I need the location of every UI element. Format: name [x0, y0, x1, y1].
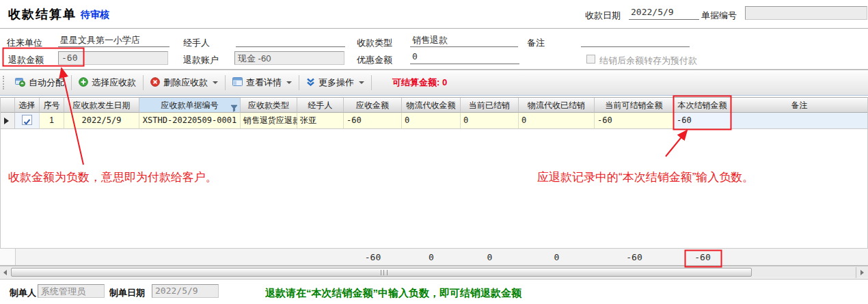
- refund-account-label: 退款账户: [183, 54, 219, 66]
- row-indicator-cell: [0, 113, 15, 129]
- row-cell-amount[interactable]: -60: [344, 113, 402, 129]
- receipt-date-label: 收款日期: [585, 10, 621, 22]
- refund-account-input[interactable]: 现金 -60: [234, 51, 344, 65]
- handler-label: 经手人: [183, 37, 210, 49]
- row-checkbox[interactable]: [22, 115, 32, 125]
- column-header-remark[interactable]: 备注: [731, 97, 868, 113]
- scrollbar-grip-icon: [381, 270, 388, 275]
- row-cell-logistics_amount[interactable]: 0: [402, 113, 461, 129]
- toolbar-button-1[interactable]: 自动分配: [10, 74, 70, 91]
- toolbar: 自动分配选择应收款删除应收款查看详情更多操作可结算金额: 0: [0, 70, 868, 96]
- row-cell-remark[interactable]: [731, 113, 868, 129]
- right-annotation-note: 应退款记录中的“本次结销金额”输入负数。: [537, 169, 754, 185]
- discount-field[interactable]: 0: [410, 51, 519, 64]
- column-header-select[interactable]: 选择: [15, 97, 40, 113]
- row-cell-seq[interactable]: 1: [40, 113, 64, 129]
- partner-label: 往来单位: [7, 37, 42, 49]
- view-detail-icon: [232, 77, 243, 88]
- transfer-prepay-checkbox[interactable]: [586, 55, 595, 64]
- right-annotation-arrow: [666, 130, 687, 156]
- toolbar-button-2[interactable]: 选择应收款: [73, 74, 141, 91]
- column-header-seq[interactable]: 序号: [40, 97, 64, 113]
- summary-logistics_settled: 0: [519, 252, 595, 262]
- scroll-right-button[interactable]: [858, 268, 867, 277]
- summary-indicator-cell: [0, 249, 16, 265]
- column-header-available[interactable]: 当前可结销金额: [595, 97, 674, 113]
- toolbar-drag-handle[interactable]: [3, 76, 6, 89]
- receipt-type-label: 收款类型: [357, 37, 392, 49]
- column-header-type[interactable]: 应收款类型: [241, 97, 297, 113]
- doc-no-input[interactable]: [745, 6, 867, 20]
- column-header-doc_no[interactable]: 应收款单据编号: [139, 97, 241, 113]
- more-actions-icon: [306, 77, 315, 89]
- toolbar-button-5[interactable]: 更多操作: [301, 74, 370, 91]
- row-cell-date[interactable]: 2022/5/9: [64, 113, 139, 129]
- summary-settled: 0: [461, 252, 519, 262]
- receipt-date-field[interactable]: 2022/5/9: [629, 7, 699, 20]
- toolbar-button-label: 查看详情: [246, 77, 282, 89]
- creator-label: 制单人: [10, 287, 36, 299]
- column-header-this_settle[interactable]: 本次结销金额: [674, 97, 731, 113]
- add-receivable-icon: [79, 77, 88, 89]
- column-header-logistics_amount[interactable]: 物流代收金额: [402, 97, 461, 113]
- discount-label: 优惠金额: [357, 54, 392, 66]
- row-cell-logistics_settled[interactable]: 0: [519, 113, 595, 129]
- doc-no-label: 单据编号: [701, 10, 737, 22]
- scroll-right-icon: [860, 270, 864, 275]
- receipt-type-field[interactable]: 销售退款: [410, 34, 518, 47]
- dropdown-caret-icon: [213, 81, 218, 84]
- scroll-left-button[interactable]: [1, 268, 10, 277]
- partner-field[interactable]: 星星文具第一小学店: [58, 34, 169, 47]
- left-annotation-note: 收款金额为负数，意思即为付款给客户。: [8, 169, 217, 185]
- auto-assign-icon: [15, 77, 25, 89]
- row-cell-select[interactable]: [15, 113, 40, 129]
- create-date-label: 制单日期: [109, 287, 145, 299]
- row-cell-settled[interactable]: 0: [461, 113, 519, 129]
- creator-input: 系统管理员: [38, 284, 105, 298]
- toolbar-button-label: 更多操作: [318, 77, 354, 89]
- column-header-amount[interactable]: 应收金额: [344, 97, 402, 113]
- receipt-settlement-window: 收款结算单 待审核 收款日期 2022/5/9 单据编号 往来单位 星星文具第一…: [0, 0, 868, 304]
- handler-field[interactable]: [236, 34, 345, 47]
- summary-logistics_amount: 0: [402, 252, 461, 262]
- column-header-settled[interactable]: 当前已结销: [461, 97, 519, 113]
- summary-available: -60: [595, 252, 674, 262]
- dropdown-caret-icon: [286, 81, 292, 84]
- refund-amount-label: 退款金额: [8, 54, 44, 66]
- horizontal-scrollbar[interactable]: [0, 266, 868, 278]
- remark-label: 备注: [527, 37, 545, 49]
- settleable-amount-text: 可结算金额: 0: [392, 77, 447, 89]
- toolbar-button-label: 选择应收款: [92, 77, 136, 89]
- dropdown-caret-icon: [359, 81, 364, 84]
- page-title: 收款结算单: [8, 6, 77, 23]
- transfer-prepay-label: 结销后余额转存为预付款: [599, 55, 697, 67]
- remark-field[interactable]: [581, 34, 690, 47]
- refund-amount-input[interactable]: -60: [58, 51, 168, 65]
- column-header-handler[interactable]: 经手人: [297, 97, 344, 113]
- row-cell-doc_no[interactable]: XSTHD-20220509-0001: [139, 113, 241, 129]
- create-date-input: 2022/5/9: [152, 284, 219, 298]
- column-header-indicator: [0, 97, 15, 113]
- toolbar-button-label: 删除应收款: [163, 77, 208, 89]
- grid-summary-row: -60000-60-60: [0, 248, 868, 266]
- column-header-logistics_settled[interactable]: 物流代收已结销: [519, 97, 595, 113]
- row-cell-type[interactable]: 销售退货应退款: [241, 113, 297, 129]
- toolbar-button-label: 自动分配: [29, 77, 64, 89]
- row-cell-available[interactable]: -60: [595, 113, 674, 129]
- footer-help-note: 退款请在“本次结销金额”中输入负数，即可结销退款金额: [265, 287, 521, 300]
- row-cell-this_settle[interactable]: -60: [674, 113, 731, 129]
- toolbar-button-3[interactable]: 删除应收款: [145, 74, 223, 91]
- toolbar-button-4[interactable]: 查看详情: [227, 74, 297, 91]
- summary-amount: -60: [344, 252, 402, 262]
- column-header-date[interactable]: 应收款发生日期: [64, 97, 139, 113]
- summary-this_settle: -60: [674, 252, 731, 262]
- current-row-arrow-icon: [4, 118, 9, 124]
- scrollbar-thumb[interactable]: [11, 268, 752, 277]
- row-cell-handler[interactable]: 张亚: [297, 113, 344, 129]
- scroll-left-icon: [3, 270, 7, 275]
- status-badge: 待审核: [81, 9, 109, 21]
- delete-receivable-icon: [150, 77, 160, 89]
